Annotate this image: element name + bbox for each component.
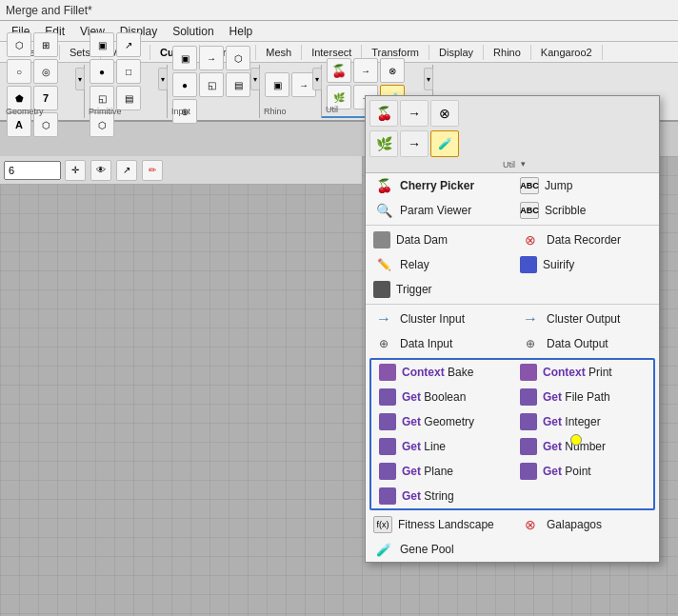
cherry-picker-icon: 🍒 [373,175,394,196]
item-context-bake[interactable]: Context Bake [371,360,512,385]
dd-cherry-icon[interactable]: 🍒 [369,100,398,127]
zoom-input[interactable] [4,161,61,180]
tb-i4[interactable]: ● [172,72,197,97]
tb-primitive-add[interactable]: ▾ [158,68,168,90]
tb-circle[interactable]: ○ [7,59,31,84]
item-suirify[interactable]: Suirify [512,252,659,277]
tb-p2[interactable]: ↗ [116,32,141,57]
get-string-icon [379,487,396,505]
toolbar-section-rhino: ▣ → Rhino ▾ [260,65,322,118]
data-recorder-icon: ⊗ [520,229,541,250]
tb-i5[interactable]: ◱ [199,72,224,97]
item-data-recorder[interactable]: ⊗ Data Recorder [512,228,659,252]
item-fitness-landscape[interactable]: f(x) Fitness Landscape [366,512,512,537]
gene-pool-icon: 🧪 [373,539,394,560]
item-galapagos[interactable]: ⊗ Galapagos [512,512,659,537]
trigger-icon [373,281,390,298]
title-text: Merge and Fillet* [6,4,92,17]
highlighted-section: Context Bake Get Boolean Get Geometry Ge… [369,358,655,510]
get-string-label: Get String [402,489,454,503]
tab-rhino[interactable]: Rhino [484,45,531,60]
item-gene-pool[interactable]: 🧪 Gene Pool [366,537,512,562]
dd-arrow1-icon[interactable]: → [400,100,429,127]
tb-r1[interactable]: ▣ [265,72,289,97]
canvas-crosshair[interactable]: ✛ [65,160,86,181]
tb-i6[interactable]: ▤ [226,72,250,97]
dd-arrow2-icon[interactable]: → [400,130,429,157]
tb-i3[interactable]: ⬡ [226,46,250,70]
relay-label: Relay [400,258,429,271]
tb-p3[interactable]: ● [90,59,114,84]
item-get-geometry[interactable]: Get Geometry [371,409,512,434]
data-recorder-label: Data Recorder [547,233,621,247]
data-output-icon: ⊕ [520,333,541,354]
item-get-boolean[interactable]: Get Boolean [371,385,512,409]
item-cluster-input[interactable]: → Cluster Input [366,307,512,331]
tb-grid[interactable]: ⊞ [33,32,58,57]
canvas-arrow[interactable]: ↗ [116,160,137,181]
data-output-label: Data Output [547,337,608,350]
item-data-dam[interactable]: Data Dam [366,228,512,252]
tb-hex1[interactable]: ⬡ [7,32,31,57]
item-jump[interactable]: ABC Jump [512,173,659,198]
data-input-label: Data Input [400,337,452,350]
canvas-pen[interactable]: ✏ [142,160,163,181]
tb-util-add[interactable]: ▾ [424,68,433,90]
tb-cherry[interactable]: 🍒 [327,58,351,83]
item-get-plane[interactable]: Get Plane [371,459,512,484]
item-cluster-output[interactable]: → Cluster Output [512,307,659,331]
gene-pool-label: Gene Pool [400,543,454,556]
trigger-label: Trigger [396,283,432,296]
scribble-icon: ABC [520,202,539,219]
get-point-label: Get Point [543,465,591,478]
tb-p1[interactable]: ▣ [90,32,114,57]
dd-flask-icon[interactable]: 🧪 [430,130,459,157]
get-integer-label: Get Integer [543,415,601,428]
item-trigger[interactable]: Trigger [366,277,512,302]
tb-i1[interactable]: ▣ [172,46,197,70]
get-file-path-label: Get File Path [543,390,610,404]
item-empty [512,277,659,302]
dd-plant-icon[interactable]: 🌿 [369,130,398,157]
menu-help[interactable]: Help [222,23,261,40]
tb-arrow1[interactable]: → [353,58,378,83]
item-get-file-path[interactable]: Get File Path [512,385,653,409]
get-plane-label: Get Plane [402,465,453,478]
data-dam-label: Data Dam [396,233,448,247]
item-cherry-picker[interactable]: 🍒 Cherry Picker [366,173,512,198]
tb-input-add[interactable]: ▾ [250,68,260,90]
item-get-line[interactable]: Get Line [371,434,512,459]
tab-mesh[interactable]: Mesh [256,45,302,60]
fitness-landscape-icon: f(x) [373,516,392,533]
tab-kangaroo2[interactable]: Kangaroo2 [531,45,603,60]
data-dam-icon [373,231,390,248]
item-data-output[interactable]: ⊕ Data Output [512,331,659,356]
tb-rhino-add[interactable]: ▾ [312,68,322,90]
item-scribble[interactable]: ABC Scribble [512,198,659,223]
tb-ring[interactable]: ◎ [33,59,58,84]
item-data-input[interactable]: ⊕ Data Input [366,331,512,356]
input-label: Input [171,107,190,116]
tab-display[interactable]: Display [429,45,484,60]
item-get-point[interactable]: Get Point [512,459,653,484]
item-get-number[interactable]: Get Number [512,434,653,459]
toolbar-section-primitive: ▣ ↗ ● □ ◱ ▤ ⬡ Primitive ▾ [85,65,168,118]
suirify-icon [520,256,537,273]
cluster-input-icon: → [373,308,394,329]
menu-solution[interactable]: Solution [165,23,221,40]
cluster-output-icon: → [520,308,541,329]
item-param-viewer[interactable]: 🔍 Param Viewer [366,198,512,223]
tb-circlex[interactable]: ⊗ [380,58,405,83]
tb-geometry-add[interactable]: ▾ [75,68,85,90]
item-context-print[interactable]: Context Print [512,360,653,385]
canvas-eye[interactable]: 👁 [90,160,111,181]
item-get-integer[interactable]: Get Integer [512,409,653,434]
tb-p4[interactable]: □ [116,59,141,84]
item-relay[interactable]: ✏️ Relay [366,252,512,277]
item-get-string[interactable]: Get String [371,484,512,508]
galapagos-icon: ⊗ [520,514,541,535]
dd-circlex-icon[interactable]: ⊗ [430,100,459,127]
tb-i2[interactable]: → [199,46,224,70]
get-boolean-icon [379,388,396,406]
cluster-output-label: Cluster Output [547,312,620,326]
